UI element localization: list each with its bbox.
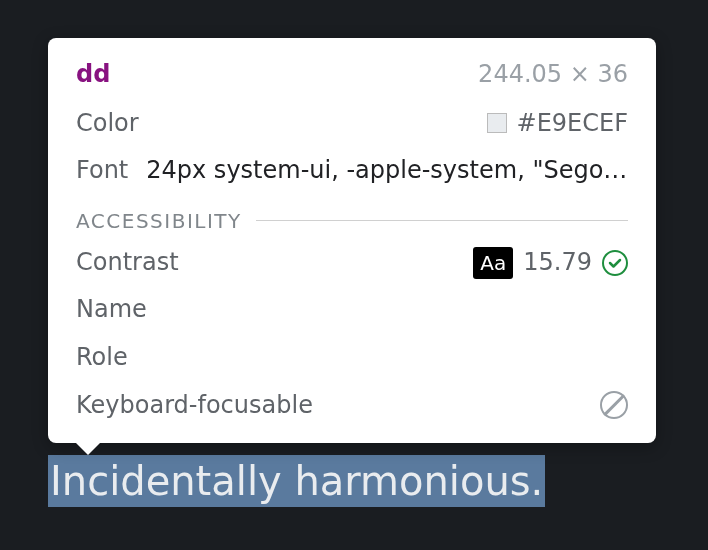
color-swatch: [487, 113, 507, 133]
color-value: #E9ECEF: [517, 107, 628, 141]
name-label: Name: [76, 293, 147, 327]
contrast-row: Contrast Aa 15.79: [48, 239, 656, 287]
check-icon: [602, 250, 628, 276]
element-tag-name: dd: [76, 58, 110, 92]
contrast-label: Contrast: [76, 246, 179, 280]
keyboard-focusable-label: Keyboard-focusable: [76, 389, 313, 423]
color-row: Color #E9ECEF: [48, 100, 656, 148]
accessibility-section-header: ACCESSIBILITY: [48, 195, 656, 239]
section-divider: [256, 220, 628, 221]
highlighted-element: Incidentally harmonious.: [48, 455, 545, 507]
tooltip-header: dd 244.05 × 36: [48, 56, 656, 100]
font-row: Font 24px system-ui, -apple-system, "Seg…: [48, 147, 656, 195]
color-label: Color: [76, 107, 139, 141]
contrast-badge: Aa: [473, 247, 513, 279]
keyboard-focusable-row: Keyboard-focusable: [48, 382, 656, 430]
element-dimensions: 244.05 × 36: [478, 58, 628, 92]
font-value: 24px system-ui, -apple-system, "Segoe…: [146, 154, 628, 188]
role-label: Role: [76, 341, 128, 375]
font-label: Font: [76, 154, 128, 188]
name-row: Name: [48, 286, 656, 334]
contrast-value: 15.79: [523, 246, 592, 280]
accessibility-title: ACCESSIBILITY: [76, 209, 242, 233]
element-inspector-tooltip: dd 244.05 × 36 Color #E9ECEF Font 24px s…: [48, 38, 656, 443]
not-allowed-icon: [600, 391, 628, 419]
role-row: Role: [48, 334, 656, 382]
